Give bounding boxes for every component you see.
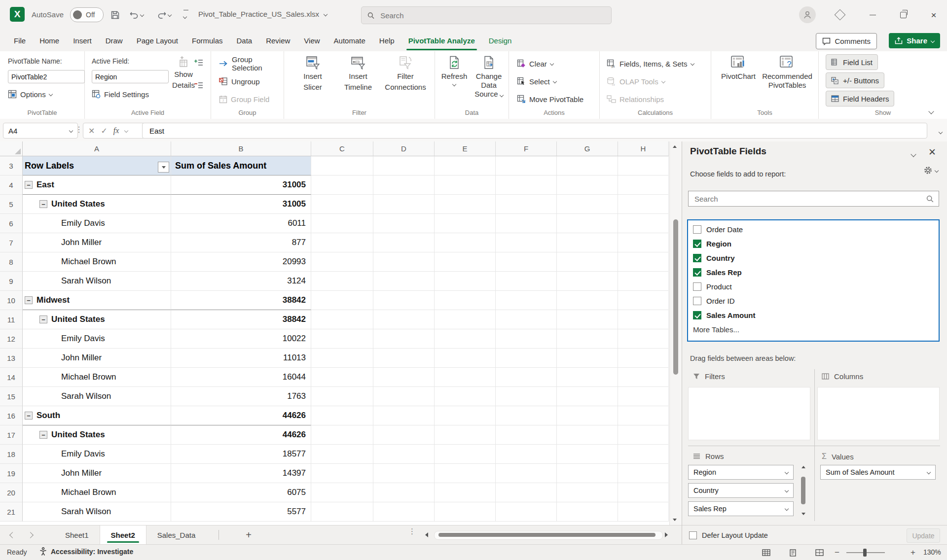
accessibility-status[interactable]: Accessibility: Investigate [39,547,133,556]
empty-cell[interactable] [557,310,618,329]
empty-cell[interactable] [618,445,669,464]
field-item-order-date[interactable]: Order Date [688,222,939,237]
olap-tools-button[interactable]: fx OLAP Tools [607,74,665,89]
field-item-country[interactable]: Country [688,251,939,265]
empty-cell[interactable] [435,329,496,349]
empty-cell[interactable] [311,483,373,502]
empty-cell[interactable] [557,406,618,425]
empty-cell[interactable] [557,425,618,445]
empty-cell[interactable] [496,464,557,483]
zoom-slider-thumb[interactable] [863,549,867,557]
account-avatar[interactable] [799,6,816,23]
horizontal-scrollbar[interactable] [434,531,663,540]
rows-area-scrollbar[interactable] [800,465,807,516]
empty-cell[interactable] [618,368,669,387]
more-tables-link[interactable]: More Tables... [688,322,939,337]
empty-cell[interactable] [373,214,435,233]
empty-cell[interactable] [373,252,435,272]
update-button[interactable]: Update [907,528,940,543]
cancel-icon[interactable]: ✕ [88,126,95,136]
empty-cell[interactable] [435,214,496,233]
scroll-up-button[interactable] [801,466,805,468]
pivot-label-cell[interactable]: Michael Brown [23,252,171,272]
empty-cell[interactable] [435,445,496,464]
redo-button[interactable] [154,8,175,22]
empty-cell[interactable] [618,425,669,445]
empty-cell[interactable] [373,483,435,502]
empty-cell[interactable] [618,406,669,425]
pivot-label-cell[interactable]: Sarah Wilson [23,272,171,291]
pivot-value-cell[interactable]: 44626 [171,425,311,445]
empty-cell[interactable] [311,175,373,195]
pivot-value-cell[interactable]: 1763 [171,387,311,406]
row-number[interactable]: 21 [0,502,23,522]
field-item-region[interactable]: Region [688,237,939,251]
field-checkbox[interactable] [693,225,701,234]
empty-cell[interactable] [435,425,496,445]
empty-cell[interactable] [618,464,669,483]
page-layout-view-button[interactable] [786,548,799,558]
empty-cell[interactable] [618,387,669,406]
empty-cell[interactable] [373,368,435,387]
row-labels-header-cell[interactable]: Row Labels [23,156,171,175]
collapse-button[interactable]: − [39,315,47,323]
column-header-a[interactable]: A [23,141,171,156]
empty-cell[interactable] [496,502,557,522]
pivot-label-cell[interactable]: Emily Davis [23,214,171,233]
columns-drop-area[interactable] [817,387,940,440]
menu-tab-automate[interactable]: Automate [327,30,372,51]
empty-cell[interactable] [373,464,435,483]
empty-cell[interactable] [496,310,557,329]
row-number[interactable]: 9 [0,272,23,291]
pivot-value-cell[interactable]: 3124 [171,272,311,291]
active-field-input[interactable] [92,70,169,83]
collapse-button[interactable]: − [39,431,47,439]
pivot-label-cell[interactable]: Michael Brown [23,368,171,387]
share-button[interactable]: Share [889,33,940,48]
pivot-label-cell[interactable]: John Miller [23,464,171,483]
empty-cell[interactable] [496,425,557,445]
scroll-up-button[interactable] [673,145,677,148]
row-number[interactable]: 8 [0,252,23,272]
empty-cell[interactable] [618,483,669,502]
field-list-toggle[interactable]: Field List [826,54,878,70]
field-search-input[interactable] [693,194,922,204]
refresh-button[interactable]: Refresh [439,55,470,86]
empty-cell[interactable] [496,272,557,291]
empty-cell[interactable] [618,502,669,522]
empty-cell[interactable] [618,272,669,291]
name-box[interactable]: A4 [3,123,78,139]
empty-cell[interactable] [311,233,373,252]
search-input[interactable] [379,11,605,20]
empty-cell[interactable] [618,175,669,195]
row-number[interactable]: 11 [0,310,23,329]
menu-tab-help[interactable]: Help [372,30,401,51]
empty-cell[interactable] [557,445,618,464]
menu-tab-home[interactable]: Home [33,30,66,51]
empty-cell[interactable] [557,483,618,502]
empty-cell[interactable] [618,291,669,310]
vertical-scroll-thumb[interactable] [673,219,678,375]
empty-cell[interactable] [435,483,496,502]
group-selection-button[interactable]: Group Selection [219,56,284,71]
collapse-ribbon-button[interactable] [929,106,933,115]
defer-layout-checkbox[interactable] [689,531,697,539]
row-number[interactable]: 5 [0,195,23,214]
group-field-button[interactable]: 7 Group Field [219,92,269,106]
pivot-value-cell[interactable]: 18577 [171,445,311,464]
empty-cell[interactable] [435,310,496,329]
row-number[interactable]: 6 [0,214,23,233]
empty-cell[interactable] [435,175,496,195]
menu-tab-design[interactable]: Design [482,30,519,51]
field-checkbox[interactable] [693,254,701,262]
pivot-value-cell[interactable]: 6075 [171,483,311,502]
field-item-sales-amount[interactable]: Sales Amount [688,308,939,322]
field-headers-toggle[interactable]: Field Headers [826,91,894,106]
pivot-label-cell[interactable]: Sarah Wilson [23,387,171,406]
column-header-c[interactable]: C [311,141,373,156]
empty-cell[interactable] [435,502,496,522]
empty-cell[interactable] [557,368,618,387]
formula-input[interactable]: East [142,123,927,139]
area-field-chip-sales-rep[interactable]: Sales Rep [688,501,794,516]
row-number[interactable]: 4 [0,175,23,195]
